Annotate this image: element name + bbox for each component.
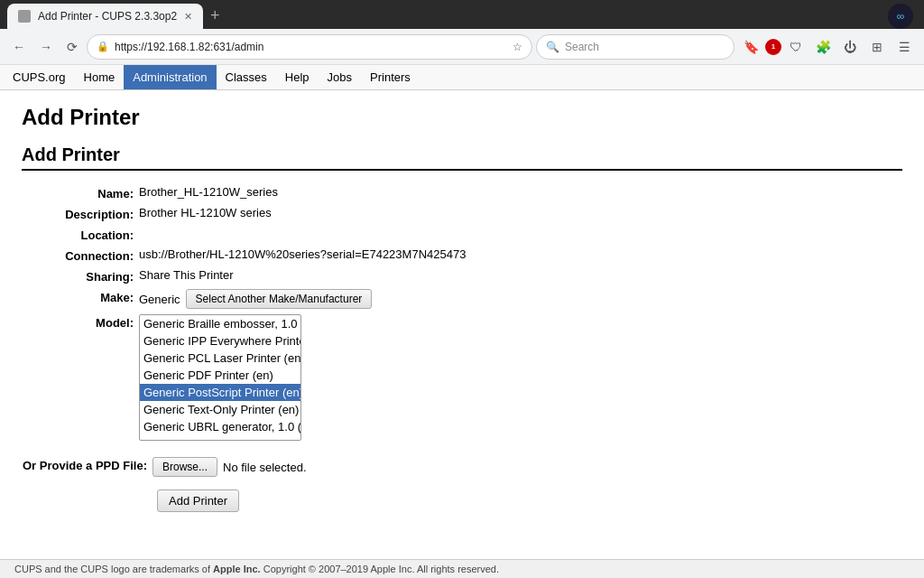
model-option-ipp[interactable]: Generic IPP Everywhere Printer (en) [140, 332, 300, 350]
browser-window: Add Printer - CUPS 2.3.3op2 ✕ + ∞ ← → ⟳ … [0, 0, 924, 578]
location-label: Location: [22, 227, 139, 242]
toolbar-icons: 🔖 1 🛡 🧩 ⏻ ⊞ ☰ [738, 34, 917, 60]
reload-button[interactable]: ⟳ [61, 36, 83, 58]
search-icon: 🔍 [546, 41, 559, 53]
nav-classes[interactable]: Classes [217, 65, 276, 89]
model-option-pdf[interactable]: Generic PDF Printer (en) [140, 367, 300, 384]
description-value: Brother HL-1210W series [139, 206, 272, 219]
model-option-pcl[interactable]: Generic PCL Laser Printer (en) [140, 350, 300, 367]
footer-text: CUPS and the CUPS logo are trademarks of… [14, 564, 499, 574]
make-value-container: Generic Select Another Make/Manufacturer [139, 289, 372, 309]
star-icon[interactable]: ☆ [513, 41, 522, 53]
browser-logo: ∞ [888, 4, 913, 29]
ppd-row: Or Provide a PPD File: Browse... No file… [22, 457, 902, 477]
nav-home[interactable]: Home [75, 65, 125, 89]
search-placeholder: Search [565, 41, 599, 53]
name-row: Name: Brother_HL-1210W_series [22, 185, 902, 200]
browser-toolbar: ← → ⟳ 🔒 https://192.168.1.82:631/admin ☆… [0, 29, 924, 65]
model-option-text[interactable]: Generic Text-Only Printer (en) [140, 401, 300, 418]
connection-row: Connection: usb://Brother/HL-1210W%20ser… [22, 247, 902, 263]
cups-navigation: CUPS.org Home Administration Classes Hel… [0, 65, 924, 90]
make-value: Generic [139, 293, 180, 306]
extension-icon[interactable]: 🧩 [810, 34, 836, 60]
name-value: Brother_HL-1210W_series [139, 185, 278, 199]
sharing-row: Sharing: Share This Printer [22, 268, 902, 284]
menu-icon[interactable]: ☰ [892, 34, 917, 60]
lock-icon: 🔒 [97, 41, 109, 52]
nav-printers[interactable]: Printers [361, 65, 420, 89]
shield-icon[interactable]: 🛡 [783, 34, 808, 60]
description-row: Description: Brother HL-1210W series [22, 206, 902, 221]
model-option-postscript[interactable]: Generic PostScript Printer (en) [140, 384, 300, 401]
browse-button[interactable]: Browse... [152, 457, 217, 477]
notification-badge: 1 [765, 39, 781, 55]
tab-favicon [18, 10, 31, 23]
grid-icon[interactable]: ⊞ [864, 34, 890, 60]
model-option-ubrl[interactable]: Generic UBRL generator, 1.0 (en) [140, 418, 300, 435]
connection-value: usb://Brother/HL-1210W%20series?serial=E… [139, 247, 466, 261]
back-button[interactable]: ← [7, 36, 31, 58]
no-file-text: No file selected. [223, 461, 307, 474]
nav-jobs[interactable]: Jobs [319, 65, 361, 89]
model-select[interactable]: Generic Braille embosser, 1.0 (en) Gener… [139, 314, 301, 441]
model-label: Model: [22, 314, 139, 330]
location-row: Location: [22, 227, 902, 242]
make-row: Make: Generic Select Another Make/Manufa… [22, 289, 902, 309]
spacer2 [22, 482, 902, 489]
page-content: Add Printer Add Printer Name: Brother_HL… [0, 90, 924, 527]
make-label: Make: [22, 289, 139, 304]
tab-close-button[interactable]: ✕ [184, 11, 192, 23]
add-printer-button[interactable]: Add Printer [157, 489, 239, 512]
nav-help[interactable]: Help [276, 65, 319, 89]
nav-cups-org[interactable]: CUPS.org [4, 65, 75, 89]
bookmarks-icon[interactable]: 🔖 [738, 34, 763, 60]
page-footer: CUPS and the CUPS logo are trademarks of… [0, 559, 924, 578]
model-option-braille[interactable]: Generic Braille embosser, 1.0 (en) [140, 315, 300, 332]
connection-label: Connection: [22, 247, 139, 263]
ppd-label: Or Provide a PPD File: [22, 457, 152, 472]
url-text: https://192.168.1.82:631/admin [115, 41, 263, 53]
sharing-value: Share This Printer [139, 268, 234, 282]
power-icon[interactable]: ⏻ [837, 34, 863, 60]
forward-button[interactable]: → [34, 36, 58, 58]
model-row: Model: Generic Braille embosser, 1.0 (en… [22, 314, 902, 441]
tab-title: Add Printer - CUPS 2.3.3op2 [38, 10, 177, 23]
select-make-button[interactable]: Select Another Make/Manufacturer [186, 289, 373, 309]
new-tab-button[interactable]: + [203, 3, 227, 29]
sharing-label: Sharing: [22, 268, 139, 284]
section-title: Add Printer [22, 144, 902, 171]
active-tab[interactable]: Add Printer - CUPS 2.3.3op2 ✕ [7, 4, 203, 29]
submit-row: Add Printer [22, 489, 902, 512]
tab-bar: Add Printer - CUPS 2.3.3op2 ✕ + ∞ [0, 0, 924, 29]
nav-administration[interactable]: Administration [124, 65, 216, 89]
page-title: Add Printer [22, 105, 902, 130]
search-bar[interactable]: 🔍 Search [536, 34, 735, 60]
ppd-file-input-container: Browse... No file selected. [152, 457, 307, 477]
description-label: Description: [22, 206, 139, 221]
spacer [22, 446, 902, 457]
name-label: Name: [22, 185, 139, 200]
address-bar[interactable]: 🔒 https://192.168.1.82:631/admin ☆ [87, 34, 532, 60]
